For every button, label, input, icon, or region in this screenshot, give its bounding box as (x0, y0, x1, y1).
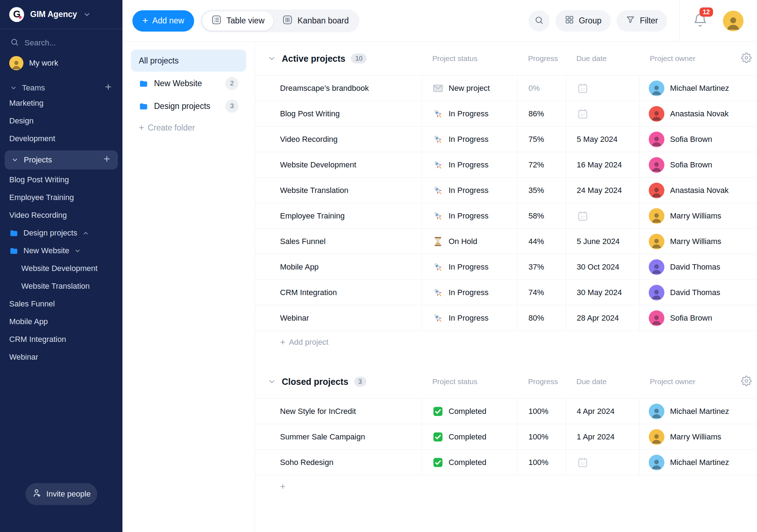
sidebar-item-project[interactable]: Video Recording (0, 206, 122, 224)
sidebar-item-team[interactable]: Development (0, 130, 122, 148)
sidebar-item-project[interactable]: Sales Funnel (0, 295, 122, 313)
table-row[interactable]: Summer Sale Campaign Completed 100% 1 Ap… (255, 424, 757, 450)
due-date[interactable]: 16 May 2024 (566, 152, 639, 177)
due-date[interactable]: 28 Apr 2024 (566, 305, 639, 331)
table-row[interactable]: Webinar In Progress 80% 28 Apr 2024 Sofi… (255, 305, 757, 331)
due-date[interactable] (566, 203, 639, 228)
table-row[interactable]: Website Development In Progress 72% 16 M… (255, 152, 757, 178)
view-tab-kanban-board[interactable]: Kanban board (273, 11, 358, 31)
sidebar-item-project[interactable]: CRM Integration (0, 331, 122, 348)
column-header-progress[interactable]: Progress (517, 54, 566, 63)
workspace-switcher[interactable]: G GIM Agency (0, 0, 122, 29)
sidebar-item-project[interactable]: Webinar (0, 348, 122, 366)
project-name[interactable]: Webinar (255, 305, 422, 331)
column-header-owner[interactable]: Project owner (639, 377, 736, 386)
project-name[interactable]: Mobile App (255, 254, 422, 279)
folder-item[interactable]: New Website2 (131, 72, 246, 94)
sidebar-item-my-work[interactable]: My work (0, 55, 122, 71)
owner-name: Anastasia Novak (670, 109, 729, 118)
sidebar-item-team[interactable]: Marketing (0, 94, 122, 112)
table-row[interactable]: CRM Integration In Progress 74% 30 May 2… (255, 280, 757, 305)
add-project-icon[interactable] (103, 155, 111, 165)
due-date[interactable]: 24 May 2024 (566, 178, 639, 203)
filter-button[interactable]: Filter (616, 10, 667, 32)
user-avatar[interactable] (723, 11, 744, 31)
owner-name: Sofia Brown (670, 160, 712, 170)
sidebar-item-project[interactable]: Blog Post Writing (0, 171, 122, 189)
status-icon (433, 406, 443, 417)
sidebar-search[interactable] (0, 37, 122, 49)
status-icon (433, 211, 443, 221)
notifications-button[interactable]: 12 (692, 12, 708, 29)
view-tab-table-view[interactable]: Table view (202, 11, 273, 31)
chevron-down-icon[interactable] (268, 377, 276, 386)
project-name[interactable]: Soho Redesign (255, 450, 422, 475)
due-date[interactable] (566, 76, 639, 101)
search-input[interactable] (24, 38, 95, 48)
table-row[interactable]: Soho Redesign Completed 100% Michael Mar… (255, 450, 757, 475)
sidebar-item-label: Blog Post Writing (9, 175, 69, 184)
sidebar-item-project[interactable]: Mobile App (0, 313, 122, 331)
create-folder-button[interactable]: + Create folder (131, 121, 246, 135)
due-date[interactable]: 30 May 2024 (566, 280, 639, 305)
table-row[interactable]: Video Recording In Progress 75% 5 May 20… (255, 127, 757, 152)
table-row[interactable]: Mobile App In Progress 37% 30 Oct 2024 D… (255, 254, 757, 280)
column-header-progress[interactable]: Progress (517, 377, 566, 386)
sidebar-item-project[interactable]: Website Development (0, 260, 122, 277)
project-name[interactable]: Website Translation (255, 178, 422, 203)
project-name[interactable]: Summer Sale Campaign (255, 424, 422, 449)
add-team-icon[interactable] (104, 83, 113, 93)
owner-name: Michael Martinez (670, 84, 729, 93)
project-name[interactable]: New Style for InCredit (255, 399, 422, 424)
project-name[interactable]: Employee Training (255, 203, 422, 228)
table-settings-button[interactable] (736, 376, 757, 388)
table-row[interactable]: New Style for InCredit Completed 100% 4 … (255, 399, 757, 424)
due-date[interactable]: 5 May 2024 (566, 127, 639, 152)
table-row[interactable]: Dreamscape’s brandbook New project 0% Mi… (255, 76, 757, 101)
sidebar-item-project[interactable]: Design projects (0, 224, 122, 242)
project-name[interactable]: Blog Post Writing (255, 101, 422, 126)
sidebar-item-project[interactable]: New Website (0, 242, 122, 260)
toolbar: + Add new Table viewKanban board Group (122, 0, 757, 42)
table-view-icon (211, 15, 222, 27)
table-row[interactable]: Website Translation In Progress 35% 24 M… (255, 178, 757, 203)
status-label: On Hold (449, 237, 477, 246)
folder-all-projects[interactable]: All projects (131, 50, 246, 72)
search-button[interactable] (528, 10, 550, 32)
project-name[interactable]: Dreamscape’s brandbook (255, 76, 422, 101)
table-row[interactable]: Sales Funnel On Hold 44% 5 June 2024 Mar… (255, 229, 757, 254)
project-name[interactable]: Website Development (255, 152, 422, 177)
column-header-due-date[interactable]: Due date (566, 54, 639, 63)
sidebar-item-project[interactable]: Employee Training (0, 189, 122, 206)
column-header-due-date[interactable]: Due date (566, 377, 639, 386)
progress-value: 44% (517, 229, 566, 254)
column-header-status[interactable]: Project status (422, 377, 517, 386)
due-date[interactable]: 30 Oct 2024 (566, 254, 639, 279)
project-name[interactable]: CRM Integration (255, 280, 422, 305)
teams-section-header[interactable]: Teams (0, 82, 122, 94)
project-name[interactable]: Sales Funnel (255, 229, 422, 254)
folder-item[interactable]: Design projects3 (131, 95, 246, 117)
table-row[interactable]: Blog Post Writing In Progress 86% Anasta… (255, 101, 757, 127)
sidebar-section-projects[interactable]: Projects (5, 150, 118, 170)
due-date[interactable] (566, 450, 639, 475)
table-row[interactable]: Employee Training In Progress 58% Marry … (255, 203, 757, 229)
due-date[interactable]: 5 June 2024 (566, 229, 639, 254)
table-settings-button[interactable] (736, 52, 757, 65)
due-date[interactable]: 4 Apr 2024 (566, 399, 639, 424)
sidebar-item-project[interactable]: Website Translation (0, 277, 122, 295)
chevron-down-icon[interactable] (268, 54, 276, 63)
add-project-button[interactable]: + Add project (255, 331, 757, 354)
column-header-owner[interactable]: Project owner (639, 54, 736, 63)
sidebar-item-label: Mobile App (9, 317, 48, 326)
due-date[interactable] (566, 101, 639, 126)
group-button[interactable]: Group (555, 10, 611, 32)
column-header-status[interactable]: Project status (422, 54, 517, 63)
project-name[interactable]: Video Recording (255, 127, 422, 152)
chevron-down-icon (11, 156, 18, 164)
add-project-button[interactable]: + (255, 475, 757, 498)
add-new-button[interactable]: + Add new (132, 10, 194, 32)
invite-people-button[interactable]: Invite people (26, 483, 97, 505)
due-date[interactable]: 1 Apr 2024 (566, 424, 639, 449)
sidebar-item-team[interactable]: Design (0, 112, 122, 130)
